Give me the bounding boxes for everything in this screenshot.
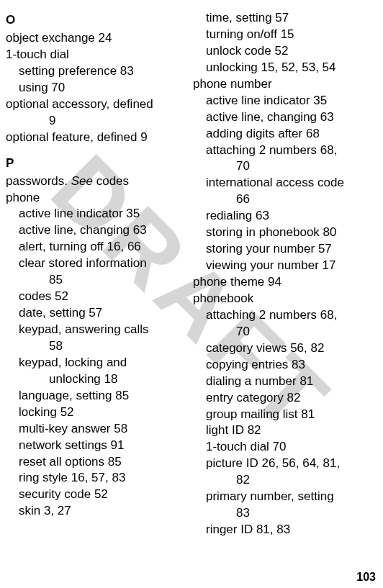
- index-entry: active line indicator 35: [193, 93, 377, 109]
- index-entry: 70: [193, 324, 377, 340]
- index-entry: codes 52: [6, 289, 187, 305]
- index-entry: copying entries 83: [193, 357, 377, 374]
- index-entry: locking 52: [6, 404, 187, 421]
- index-entry: phone number: [193, 76, 377, 93]
- index-entry: optional feature, defined 9: [6, 130, 187, 146]
- index-entry: using 70: [6, 80, 187, 96]
- index-entry: group mailing list 81: [193, 407, 377, 423]
- index-entry: clear stored information: [6, 255, 187, 272]
- index-entry: ringer ID 81, 83: [193, 522, 377, 538]
- index-entry: phone theme 94: [193, 274, 377, 291]
- index-entry: dialing a number 81: [193, 374, 377, 390]
- index-page: O object exchange 241-touch dialsetting …: [0, 0, 383, 588]
- section-heading-o: O: [6, 13, 187, 27]
- index-entry: 9: [6, 113, 187, 130]
- index-entry: 83: [193, 505, 377, 522]
- index-entry: turning on/off 15: [193, 27, 377, 43]
- index-entry: entry category 82: [193, 390, 377, 407]
- index-entry: attaching 2 numbers 68,: [193, 143, 377, 159]
- index-entry: skin 3, 27: [6, 503, 187, 520]
- index-entry: date, setting 57: [6, 305, 187, 322]
- index-entry: 85: [6, 272, 187, 289]
- index-entry: light ID 82: [193, 422, 377, 439]
- index-entry: unlocking 18: [6, 371, 187, 388]
- index-entry: 70: [193, 158, 377, 175]
- index-entry: active line, changing 63: [6, 222, 187, 239]
- index-entry: object exchange 24: [6, 30, 187, 47]
- index-entry: reset all options 85: [6, 454, 187, 471]
- index-entry: active line, changing 63: [193, 109, 377, 126]
- index-entry: 82: [193, 472, 377, 489]
- index-entry: keypad, locking and: [6, 355, 187, 371]
- index-entry: 58: [6, 338, 187, 355]
- index-entry: redialing 63: [193, 208, 377, 225]
- index-entry: 1-touch dial: [6, 47, 187, 63]
- index-entry: adding digits after 68: [193, 126, 377, 143]
- index-entry: category views 56, 82: [193, 340, 377, 357]
- index-entry: phone: [6, 190, 187, 207]
- index-entry: 1-touch dial 70: [193, 439, 377, 456]
- left-column: O object exchange 241-touch dialsetting …: [6, 10, 192, 588]
- index-entry: multi-key answer 58: [6, 421, 187, 438]
- index-entry: time, setting 57: [193, 10, 377, 27]
- index-entry: keypad, answering calls: [6, 322, 187, 338]
- index-entry: alert, turning off 16, 66: [6, 239, 187, 255]
- right-column: time, setting 57turning on/off 15unlock …: [192, 10, 377, 588]
- index-entry: storing in phonebook 80: [193, 225, 377, 241]
- index-entry: 66: [193, 191, 377, 208]
- index-entry: unlock code 52: [193, 43, 377, 60]
- index-entry: phonebook: [193, 291, 377, 307]
- index-entry: primary number, setting: [193, 489, 377, 505]
- index-entry: setting preference 83: [6, 63, 187, 80]
- index-entry: optional accessory, defined: [6, 96, 187, 113]
- index-entry: international access code: [193, 175, 377, 191]
- index-entry: viewing your number 17: [193, 258, 377, 274]
- index-entry: storing your number 57: [193, 241, 377, 258]
- index-entry: language, setting 85: [6, 388, 187, 404]
- index-entry: picture ID 26, 56, 64, 81,: [193, 456, 377, 472]
- index-entry: security code 52: [6, 487, 187, 503]
- index-entry: passwords. See codes: [6, 173, 187, 190]
- index-entry: ring style 16, 57, 83: [6, 470, 187, 487]
- index-entry: unlocking 15, 52, 53, 54: [193, 60, 377, 76]
- index-entry: active line indicator 35: [6, 206, 187, 222]
- section-heading-p: P: [6, 156, 187, 171]
- index-entry: network settings 91: [6, 438, 187, 454]
- index-entry: attaching 2 numbers 68,: [193, 307, 377, 324]
